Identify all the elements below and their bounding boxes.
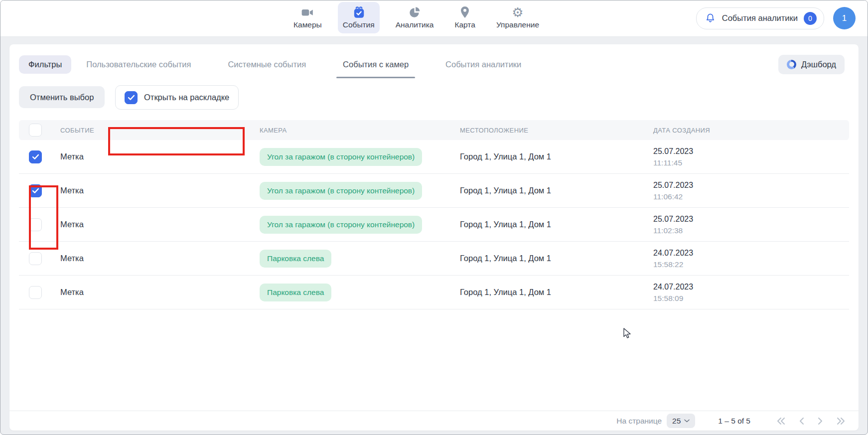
nav-item-events[interactable]: События xyxy=(338,2,380,33)
location-cell: Город 1, Улица 1, Дом 1 xyxy=(460,152,653,161)
nav-item-map[interactable]: Карта xyxy=(449,2,480,33)
first-page-button[interactable] xyxy=(776,417,786,425)
tab-analytics-events[interactable]: События аналитики xyxy=(445,51,521,77)
row-checkbox[interactable] xyxy=(29,150,42,163)
gear-icon: ⚙ xyxy=(512,5,523,19)
open-on-layout-label: Открыть на раскладке xyxy=(144,93,229,102)
event-name: Метка xyxy=(60,152,260,161)
analytics-events-button[interactable]: События аналитики 0 xyxy=(696,7,824,29)
next-page-button[interactable] xyxy=(818,417,823,425)
column-header-location: МЕСТОПОЛОЖЕНИЕ xyxy=(460,127,653,134)
top-navigation-bar: Камеры События xyxy=(0,0,868,37)
open-on-layout-checkbox[interactable] xyxy=(125,91,138,104)
tab-camera-events[interactable]: События с камер xyxy=(343,51,409,77)
created-cell: 24.07.202315:58:22 xyxy=(653,247,849,270)
select-all-checkbox[interactable] xyxy=(29,124,42,137)
location-cell: Город 1, Улица 1, Дом 1 xyxy=(460,220,653,229)
row-checkbox[interactable] xyxy=(29,286,42,299)
analytics-events-button-label: События аналитики xyxy=(722,13,798,23)
nav-item-analytics[interactable]: Аналитика xyxy=(391,2,439,33)
filters-button[interactable]: Фильтры xyxy=(19,55,71,74)
bell-icon xyxy=(705,12,716,24)
created-time: 11:06:42 xyxy=(653,191,849,202)
column-header-event: СОБЫТИЕ xyxy=(60,127,260,134)
last-page-button[interactable] xyxy=(836,417,846,425)
camera-badge[interactable]: Угол за гаражом (в сторону контейнеров) xyxy=(260,182,422,200)
event-tabs: Пользовательские события Системные событ… xyxy=(86,51,521,77)
dashboard-button-label: Дэшборд xyxy=(801,60,836,69)
created-cell: 25.07.202311:11:45 xyxy=(653,145,849,168)
nav-item-management[interactable]: ⚙ Управление xyxy=(491,2,544,33)
camera-icon xyxy=(300,5,314,19)
table-row[interactable]: Метка Парковка слева Город 1, Улица 1, Д… xyxy=(19,276,849,309)
open-on-layout-button[interactable]: Открыть на раскладке xyxy=(115,85,239,110)
tabs-row: Фильтры Пользовательские события Системн… xyxy=(19,51,845,77)
location-cell: Город 1, Улица 1, Дом 1 xyxy=(460,254,653,263)
analytics-icon xyxy=(408,5,421,19)
created-date: 24.07.2023 xyxy=(653,247,849,259)
app-window: Камеры События xyxy=(0,0,868,435)
camera-badge[interactable]: Парковка слева xyxy=(260,284,331,301)
nav-item-cameras[interactable]: Камеры xyxy=(289,2,327,33)
created-time: 15:58:09 xyxy=(653,292,849,304)
pager-controls xyxy=(776,417,846,425)
map-pin-icon xyxy=(459,5,471,19)
row-checkbox[interactable] xyxy=(29,218,42,231)
table-row[interactable]: Метка Угол за гаражом (в сторону контейн… xyxy=(19,174,849,208)
events-icon xyxy=(352,5,365,19)
created-date: 24.07.2023 xyxy=(653,281,849,292)
events-panel: Фильтры Пользовательские события Системн… xyxy=(9,44,859,431)
column-header-created: ДАТА СОЗДАНИЯ xyxy=(653,127,849,134)
pagination-bar: На странице 25 1 – 5 of 5 xyxy=(9,411,859,431)
created-time: 15:58:22 xyxy=(653,259,849,270)
cancel-selection-button[interactable]: Отменить выбор xyxy=(19,86,105,108)
event-name: Метка xyxy=(60,288,260,297)
tab-system-events[interactable]: Системные события xyxy=(228,51,306,77)
analytics-events-count-badge: 0 xyxy=(804,12,817,25)
camera-badge[interactable]: Парковка слева xyxy=(260,250,331,268)
events-table: СОБЫТИЕ КАМЕРА МЕСТОПОЛОЖЕНИЕ ДАТА СОЗДА… xyxy=(19,120,849,309)
nav-label-management: Карта xyxy=(454,20,475,29)
dashboard-button[interactable]: Дэшборд xyxy=(778,55,845,74)
per-page-select[interactable]: 25 xyxy=(667,414,695,428)
created-time: 11:02:38 xyxy=(653,225,849,236)
location-cell: Город 1, Улица 1, Дом 1 xyxy=(460,288,653,297)
topbar-right: События аналитики 0 1 xyxy=(696,7,856,29)
table-row[interactable]: Метка Парковка слева Город 1, Улица 1, Д… xyxy=(19,242,849,276)
table-row[interactable]: Метка Угол за гаражом (в сторону контейн… xyxy=(19,140,849,174)
created-cell: 25.07.202311:06:42 xyxy=(653,179,849,202)
user-avatar[interactable]: 1 xyxy=(833,7,856,29)
event-name: Метка xyxy=(60,186,260,195)
created-cell: 24.07.202315:58:09 xyxy=(653,281,849,304)
row-checkbox[interactable] xyxy=(29,184,42,197)
nav-label-cameras: Камеры xyxy=(293,20,322,29)
camera-badge[interactable]: Угол за гаражом (в сторону контейнеров) xyxy=(260,216,422,234)
column-header-camera: КАМЕРА xyxy=(260,127,460,134)
pagination-range-label: 1 – 5 of 5 xyxy=(718,417,750,426)
nav-label-analytics: Аналитика xyxy=(396,20,434,29)
donut-icon xyxy=(787,60,796,69)
per-page-value: 25 xyxy=(672,417,681,426)
event-name: Метка xyxy=(60,254,260,263)
nav-label-events: События xyxy=(343,20,375,29)
table-header-row: СОБЫТИЕ КАМЕРА МЕСТОПОЛОЖЕНИЕ ДАТА СОЗДА… xyxy=(19,120,849,140)
camera-badge[interactable]: Угол за гаражом (в сторону контейнеров) xyxy=(260,148,422,166)
created-cell: 25.07.202311:02:38 xyxy=(653,213,849,236)
nav-label-management: Управление xyxy=(496,20,539,29)
location-cell: Город 1, Улица 1, Дом 1 xyxy=(460,186,653,195)
tab-user-events[interactable]: Пользовательские события xyxy=(86,51,191,77)
created-date: 25.07.2023 xyxy=(653,213,849,225)
created-time: 11:11:45 xyxy=(653,157,849,168)
table-row[interactable]: Метка Угол за гаражом (в сторону контейн… xyxy=(19,208,849,242)
per-page-label: На странице xyxy=(616,417,662,426)
event-name: Метка xyxy=(60,220,260,229)
created-date: 25.07.2023 xyxy=(653,179,849,191)
row-checkbox[interactable] xyxy=(29,252,42,265)
previous-page-button[interactable] xyxy=(799,417,804,425)
main-nav: Камеры События xyxy=(289,2,544,33)
created-date: 25.07.2023 xyxy=(653,145,849,157)
chevron-down-icon xyxy=(684,419,690,423)
